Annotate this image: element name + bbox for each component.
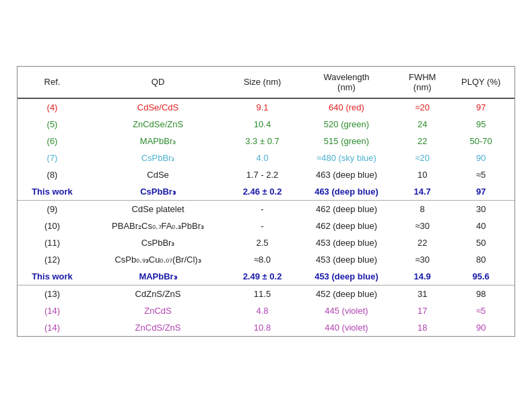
cell-plqy: 90 — [447, 319, 514, 336]
cell-size: 1.7 - 2.2 — [229, 166, 296, 183]
cell-wavelength: 445 (violet) — [296, 302, 397, 319]
cell-fwhm: 10 — [397, 166, 447, 183]
cell-wavelength: ≈480 (sky blue) — [296, 149, 397, 166]
header-ref: Ref. — [18, 67, 87, 98]
cell-ref: (12) — [18, 251, 87, 268]
cell-ref: (14) — [18, 319, 87, 336]
cell-ref: (9) — [18, 200, 87, 217]
cell-ref: (13) — [18, 285, 87, 302]
cell-wavelength: 462 (deep blue) — [296, 217, 397, 234]
cell-plqy: 90 — [447, 149, 514, 166]
cell-plqy: 40 — [447, 217, 514, 234]
cell-plqy: 50-70 — [447, 133, 514, 149]
cell-size: 4.8 — [229, 302, 296, 319]
cell-plqy: 95 — [447, 116, 514, 133]
cell-plqy: ≈5 — [447, 166, 514, 183]
cell-fwhm: 18 — [397, 319, 447, 336]
cell-fwhm: 24 — [397, 116, 447, 133]
cell-ref: (5) — [18, 116, 87, 133]
header-fwhm: FWHM(nm) — [397, 67, 447, 98]
cell-size: 11.5 — [229, 285, 296, 302]
cell-wavelength: 520 (green) — [296, 116, 397, 133]
cell-size: 3.3 ± 0.7 — [229, 133, 296, 149]
cell-wavelength: 463 (deep blue) — [296, 183, 397, 201]
cell-wavelength: 453 (deep blue) — [296, 234, 397, 251]
cell-plqy: 50 — [447, 234, 514, 251]
cell-wavelength: 453 (deep blue) — [296, 268, 397, 286]
cell-qd: CdSe platelet — [87, 200, 229, 217]
table-row: (14)ZnCdS4.8445 (violet)17≈5 — [18, 302, 514, 319]
cell-ref: (10) — [18, 217, 87, 234]
cell-ref: (4) — [18, 98, 87, 116]
cell-size: 9.1 — [229, 98, 296, 116]
table-row: This workMAPbBr₃2.49 ± 0.2453 (deep blue… — [18, 268, 514, 286]
cell-plqy: ≈5 — [447, 302, 514, 319]
cell-fwhm: 14.7 — [397, 183, 447, 201]
cell-fwhm: 14.9 — [397, 268, 447, 286]
cell-fwhm: 17 — [397, 302, 447, 319]
cell-size: - — [229, 200, 296, 217]
cell-ref: (7) — [18, 149, 87, 166]
table-row: (5)ZnCdSe/ZnS10.4520 (green)2495 — [18, 116, 514, 133]
cell-wavelength: 463 (deep blue) — [296, 166, 397, 183]
header-size: Size (nm) — [229, 67, 296, 98]
cell-wavelength: 462 (deep blue) — [296, 200, 397, 217]
cell-wavelength: 515 (green) — [296, 133, 397, 149]
cell-plqy: 97 — [447, 98, 514, 116]
cell-size: ≈8.0 — [229, 251, 296, 268]
cell-plqy: 97 — [447, 183, 514, 201]
cell-size: 4.0 — [229, 149, 296, 166]
cell-qd: CsPbBr₃ — [87, 149, 229, 166]
cell-ref: This work — [18, 183, 87, 201]
cell-plqy: 98 — [447, 285, 514, 302]
cell-size: 10.4 — [229, 116, 296, 133]
header-qd: QD — [87, 67, 229, 98]
table-row: (7)CsPbBr₃4.0≈480 (sky blue)≈2090 — [18, 149, 514, 166]
cell-ref: This work — [18, 268, 87, 286]
cell-qd: ZnCdSe/ZnS — [87, 116, 229, 133]
cell-qd: ZnCdS/ZnS — [87, 319, 229, 336]
table-row: (13)CdZnS/ZnS11.5452 (deep blue)3198 — [18, 285, 514, 302]
table-row: (10)PBABr₂Cs₀.₇FA₀.₃PbBr₃-462 (deep blue… — [18, 217, 514, 234]
table-row: (4)CdSe/CdS9.1640 (red)≈2097 — [18, 98, 514, 116]
header-plqy: PLQY (%) — [447, 67, 514, 98]
cell-fwhm: 22 — [397, 234, 447, 251]
cell-qd: CdSe/CdS — [87, 98, 229, 116]
cell-wavelength: 452 (deep blue) — [296, 285, 397, 302]
cell-fwhm: ≈20 — [397, 98, 447, 116]
cell-size: 2.49 ± 0.2 — [229, 268, 296, 286]
cell-ref: (11) — [18, 234, 87, 251]
cell-qd: CsPbBr₃ — [87, 183, 229, 201]
table-row: (14)ZnCdS/ZnS10.8440 (violet)1890 — [18, 319, 514, 336]
cell-ref: (8) — [18, 166, 87, 183]
data-table: Ref. QD Size (nm) Wavelength(nm) FWHM(nm… — [17, 66, 515, 337]
cell-plqy: 30 — [447, 200, 514, 217]
table-row: (11)CsPbBr₃2.5453 (deep blue)2250 — [18, 234, 514, 251]
table-row: (9)CdSe platelet-462 (deep blue)830 — [18, 200, 514, 217]
cell-qd: MAPbBr₃ — [87, 268, 229, 286]
table-row: (8)CdSe1.7 - 2.2463 (deep blue)10≈5 — [18, 166, 514, 183]
table-row: This workCsPbBr₃2.46 ± 0.2463 (deep blue… — [18, 183, 514, 201]
cell-size: 2.46 ± 0.2 — [229, 183, 296, 201]
cell-wavelength: 453 (deep blue) — [296, 251, 397, 268]
cell-qd: MAPbBr₃ — [87, 133, 229, 149]
cell-qd: CsPb₀.₉₃Cu₀.₀₇(Br/Cl)₃ — [87, 251, 229, 268]
cell-qd: ZnCdS — [87, 302, 229, 319]
cell-size: - — [229, 217, 296, 234]
header-wavelength: Wavelength(nm) — [296, 67, 397, 98]
table-header-row: Ref. QD Size (nm) Wavelength(nm) FWHM(nm… — [18, 67, 514, 98]
cell-ref: (6) — [18, 133, 87, 149]
table-row: (6)MAPbBr₃3.3 ± 0.7515 (green)2250-70 — [18, 133, 514, 149]
table-row: (12)CsPb₀.₉₃Cu₀.₀₇(Br/Cl)₃≈8.0453 (deep … — [18, 251, 514, 268]
cell-fwhm: ≈30 — [397, 251, 447, 268]
cell-fwhm: 22 — [397, 133, 447, 149]
cell-fwhm: ≈20 — [397, 149, 447, 166]
cell-wavelength: 440 (violet) — [296, 319, 397, 336]
cell-qd: CsPbBr₃ — [87, 234, 229, 251]
cell-wavelength: 640 (red) — [296, 98, 397, 116]
cell-plqy: 80 — [447, 251, 514, 268]
cell-fwhm: 8 — [397, 200, 447, 217]
cell-ref: (14) — [18, 302, 87, 319]
cell-qd: PBABr₂Cs₀.₇FA₀.₃PbBr₃ — [87, 217, 229, 234]
cell-plqy: 95.6 — [447, 268, 514, 286]
